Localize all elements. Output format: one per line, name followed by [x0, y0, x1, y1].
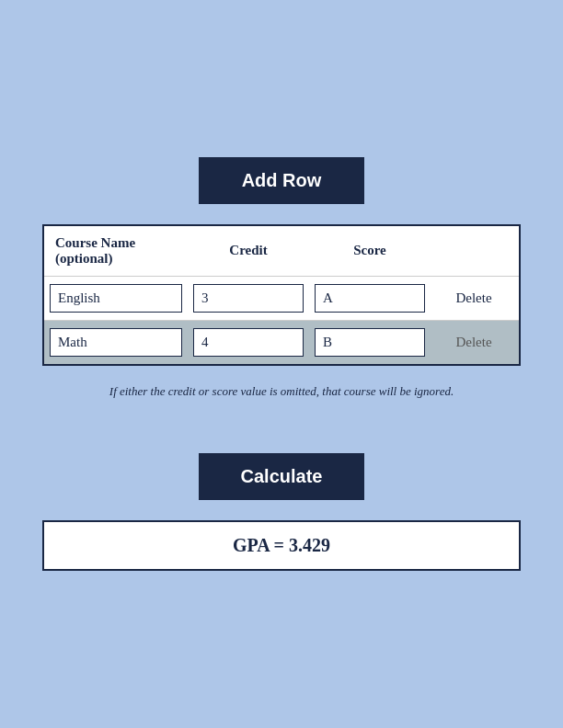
course-table-wrapper: Course Name (optional) Credit Score Dele…	[42, 224, 521, 366]
score-input[interactable]	[315, 328, 425, 357]
main-container: Add Row Course Name (optional) Credit Sc…	[42, 157, 521, 572]
header-delete	[431, 226, 519, 277]
omit-note: If either the credit or score value is o…	[42, 375, 521, 408]
header-credit: Credit	[188, 226, 309, 277]
gpa-result: GPA = 3.429	[42, 520, 521, 571]
score-input[interactable]	[315, 284, 425, 313]
course-table: Course Name (optional) Credit Score Dele…	[44, 226, 519, 364]
delete-button[interactable]: Delete	[431, 320, 519, 364]
credit-input[interactable]	[193, 328, 304, 357]
header-course-name: Course Name (optional)	[44, 226, 188, 277]
header-score: Score	[309, 226, 431, 277]
delete-button[interactable]: Delete	[431, 276, 519, 320]
credit-input[interactable]	[193, 284, 304, 313]
course-name-input[interactable]	[50, 284, 182, 313]
calculate-button[interactable]: Calculate	[199, 453, 364, 500]
add-row-button[interactable]: Add Row	[199, 157, 364, 204]
table-row: Delete	[44, 276, 519, 320]
table-row: Delete	[44, 320, 519, 364]
course-name-input[interactable]	[50, 328, 182, 357]
